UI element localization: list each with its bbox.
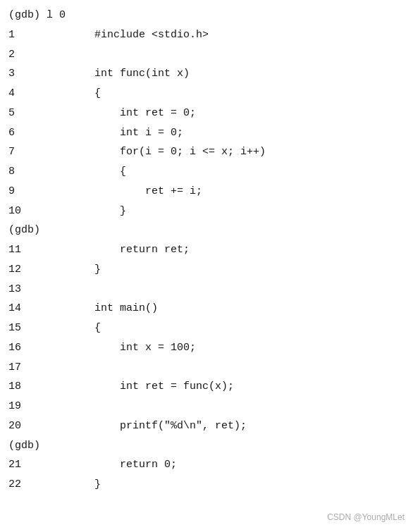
code-line: 18 int ret = func(x); [0, 377, 413, 397]
line-number: 5 [8, 104, 44, 123]
code-line: 16 int x = 100; [0, 338, 413, 358]
watermark: CSDN @YoungMLet [327, 509, 405, 525]
gdb-command: (gdb) l 0 [8, 6, 66, 25]
code-line: 3 int func(int x) [0, 64, 413, 84]
code-line: 2 [0, 45, 413, 65]
line-content: int ret = func(x); [44, 377, 405, 397]
line-content: } [44, 202, 405, 221]
line-content: int func(int x) [44, 64, 405, 84]
code-line: 20 printf("%d\n", ret); [0, 416, 413, 436]
code-line: 8 { [0, 162, 413, 182]
code-line: 17 [0, 358, 413, 378]
line-number: 4 [8, 84, 44, 104]
line-number: 22 [8, 475, 44, 495]
code-line: 11 return ret; [0, 240, 413, 260]
line-content: for(i = 0; i <= x; i++) [44, 142, 405, 162]
gdb-prompt: (gdb) [8, 221, 40, 240]
line-content: { [44, 84, 405, 104]
line-number: 18 [8, 377, 44, 397]
code-line: 4 { [0, 84, 413, 104]
line-number: 21 [8, 455, 44, 475]
code-line: 12 } [0, 260, 413, 280]
line-number: 13 [8, 280, 44, 299]
line-content: int x = 100; [44, 338, 405, 358]
code-line: (gdb) [0, 221, 413, 240]
line-content: int ret = 0; [44, 104, 405, 123]
line-number: 19 [8, 397, 44, 416]
code-line: 14 int main() [0, 299, 413, 318]
line-content: return ret; [44, 240, 405, 260]
line-number: 16 [8, 338, 44, 358]
code-line: 9 ret += i; [0, 182, 413, 202]
line-number: 7 [8, 142, 44, 162]
line-number: 2 [8, 45, 44, 65]
code-line: 6 int i = 0; [0, 123, 413, 143]
line-content: int main() [44, 299, 405, 318]
line-number: 14 [8, 299, 44, 318]
line-number: 8 [8, 162, 44, 182]
line-number: 6 [8, 123, 44, 143]
line-number: 9 [8, 182, 44, 202]
code-line: 10 } [0, 202, 413, 221]
code-line: 7 for(i = 0; i <= x; i++) [0, 142, 413, 162]
line-content: #include <stdio.h> [44, 25, 405, 45]
code-line: 1 #include <stdio.h> [0, 25, 413, 45]
line-number: 15 [8, 318, 44, 338]
line-content: int i = 0; [44, 123, 405, 143]
line-number: 1 [8, 25, 44, 45]
line-number: 17 [8, 358, 44, 378]
line-content: return 0; [44, 455, 405, 475]
code-line: 21 return 0; [0, 455, 413, 475]
code-line: 13 [0, 280, 413, 299]
code-line: 5 int ret = 0; [0, 104, 413, 123]
code-line: 15 { [0, 318, 413, 338]
code-line: 19 [0, 397, 413, 416]
gdb-prompt: (gdb) [8, 436, 40, 456]
line-content: ret += i; [44, 182, 405, 202]
line-number: 20 [8, 416, 44, 436]
line-content: { [44, 318, 405, 338]
terminal-window: (gdb) l 01 #include <stdio.h>23 int func… [0, 0, 413, 532]
code-line: (gdb) [0, 436, 413, 456]
line-number: 11 [8, 240, 44, 260]
line-number: 3 [8, 64, 44, 84]
line-content: } [44, 260, 405, 280]
line-number: 10 [8, 202, 44, 221]
code-line: 22 } [0, 475, 413, 495]
line-content: { [44, 162, 405, 182]
line-content: } [44, 475, 405, 495]
line-number: 12 [8, 260, 44, 280]
code-line: (gdb) l 0 [0, 6, 413, 25]
line-content: printf("%d\n", ret); [44, 416, 405, 436]
